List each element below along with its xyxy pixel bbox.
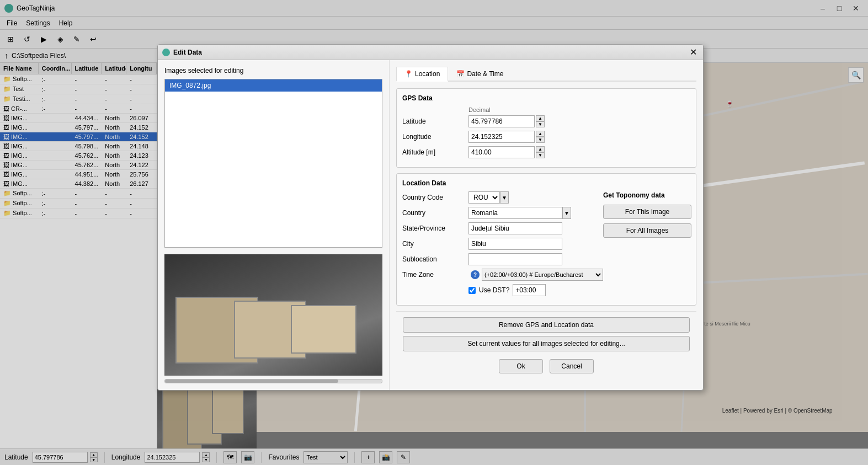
country-dropdown-arrow[interactable]: ▼ bbox=[562, 207, 571, 219]
ok-button[interactable]: Ok bbox=[499, 359, 543, 373]
latitude-down[interactable]: ▼ bbox=[536, 121, 545, 127]
image-preview-box bbox=[164, 254, 382, 376]
location-data-row: Country Code ROU ▼ Country ▼ bbox=[402, 191, 690, 300]
state-input[interactable] bbox=[468, 222, 562, 234]
dialog-overlay: Edit Data ✕ Images selected for editing … bbox=[0, 0, 868, 465]
location-section-label: Location Data bbox=[402, 179, 690, 187]
for-this-image-button[interactable]: For This Image bbox=[603, 205, 691, 219]
city-input[interactable] bbox=[468, 238, 562, 250]
get-topo-label: Get Toponomy data bbox=[603, 191, 691, 199]
latitude-label: Latitude bbox=[402, 117, 468, 125]
dialog-body: Images selected for editing IMG_0872.jpg bbox=[158, 60, 703, 390]
country-code-dropdown-arrow[interactable]: ▼ bbox=[500, 191, 509, 204]
country-code-select[interactable]: ROU bbox=[468, 191, 500, 204]
image-list[interactable]: IMG_0872.jpg bbox=[164, 79, 382, 248]
datetime-tab-icon: 📅 bbox=[456, 70, 465, 78]
sublocation-label: Sublocation bbox=[402, 255, 468, 263]
for-all-images-button[interactable]: For All Images bbox=[603, 223, 691, 238]
dialog-close-button[interactable]: ✕ bbox=[688, 47, 699, 58]
altitude-spinner[interactable]: ▲ ▼ bbox=[536, 146, 545, 158]
latitude-row: Latitude ▲ ▼ bbox=[402, 115, 690, 127]
dst-value-input[interactable] bbox=[513, 284, 546, 296]
timezone-row: Time Zone ? (+02:00/+03:00) # Europe/Buc… bbox=[402, 269, 603, 281]
dialog-titlebar: Edit Data ✕ bbox=[158, 45, 703, 60]
use-dst-checkbox-row: Use DST? bbox=[468, 284, 546, 296]
altitude-up[interactable]: ▲ bbox=[536, 146, 545, 152]
country-code-row: Country Code ROU ▼ bbox=[402, 191, 603, 204]
dialog-right-panel: 📍 Location 📅 Date & Time GPS Data Decima… bbox=[390, 60, 703, 390]
tab-bar: 📍 Location 📅 Date & Time bbox=[396, 67, 696, 82]
timezone-label: Time Zone bbox=[402, 271, 468, 279]
decimal-label: Decimal bbox=[468, 106, 690, 113]
ok-cancel-row: Ok Cancel bbox=[403, 355, 690, 378]
longitude-row: Longitude ▲ ▼ bbox=[402, 131, 690, 143]
location-tab-icon: 📍 bbox=[404, 70, 413, 78]
longitude-up[interactable]: ▲ bbox=[536, 131, 545, 137]
location-data-section: Location Data Country Code ROU ▼ bbox=[396, 173, 696, 306]
altitude-row: Altitude [m] ▲ ▼ bbox=[402, 146, 690, 158]
country-code-label: Country Code bbox=[402, 194, 468, 201]
latitude-input[interactable] bbox=[468, 115, 535, 127]
dialog-title-icon bbox=[162, 49, 170, 56]
gps-data-section: GPS Data Decimal Latitude ▲ ▼ Longitude bbox=[396, 88, 696, 168]
remove-gps-button[interactable]: Remove GPS and Location data bbox=[403, 317, 690, 333]
latitude-up[interactable]: ▲ bbox=[536, 115, 545, 121]
dialog-left-panel: Images selected for editing IMG_0872.jpg bbox=[158, 60, 390, 390]
cancel-button[interactable]: Cancel bbox=[550, 359, 594, 373]
location-fields: Country Code ROU ▼ Country ▼ bbox=[402, 191, 603, 300]
longitude-input[interactable] bbox=[468, 131, 535, 143]
city-row: City bbox=[402, 238, 603, 250]
tab-datetime[interactable]: 📅 Date & Time bbox=[448, 67, 512, 81]
country-label: Country bbox=[402, 209, 468, 217]
edit-data-dialog: Edit Data ✕ Images selected for editing … bbox=[157, 44, 704, 391]
altitude-down[interactable]: ▼ bbox=[536, 152, 545, 158]
longitude-spinner[interactable]: ▲ ▼ bbox=[536, 131, 545, 143]
image-list-scrollbar[interactable] bbox=[164, 379, 382, 383]
tab-location[interactable]: 📍 Location bbox=[396, 67, 448, 82]
country-row: Country ▼ bbox=[402, 207, 603, 219]
city-label: City bbox=[402, 240, 468, 248]
country-input[interactable] bbox=[468, 207, 562, 219]
use-dst-row: Use DST? bbox=[402, 284, 603, 296]
latitude-spinner[interactable]: ▲ ▼ bbox=[536, 115, 545, 127]
altitude-label: Altitude [m] bbox=[402, 148, 468, 156]
dialog-footer: Remove GPS and Location data Set current… bbox=[396, 311, 696, 383]
sublocation-input[interactable] bbox=[468, 253, 562, 265]
longitude-down[interactable]: ▼ bbox=[536, 137, 545, 143]
longitude-label: Longitude bbox=[402, 133, 468, 141]
datetime-tab-label: Date & Time bbox=[467, 70, 503, 78]
state-row: State/Province bbox=[402, 222, 603, 234]
toponomy-section: Get Toponomy data For This Image For All… bbox=[603, 191, 691, 238]
dialog-title-text: Edit Data bbox=[173, 49, 688, 56]
altitude-input[interactable] bbox=[468, 146, 535, 158]
state-label: State/Province bbox=[402, 225, 468, 232]
use-dst-label: Use DST? bbox=[479, 286, 509, 294]
images-section-title: Images selected for editing bbox=[164, 67, 382, 74]
set-current-button[interactable]: Set current values for all images select… bbox=[403, 336, 690, 351]
timezone-help-icon[interactable]: ? bbox=[471, 270, 480, 279]
image-list-item-0[interactable]: IMG_0872.jpg bbox=[165, 79, 382, 92]
location-tab-label: Location bbox=[415, 70, 440, 78]
sublocation-row: Sublocation bbox=[402, 253, 603, 265]
gps-section-label: GPS Data bbox=[402, 94, 690, 102]
use-dst-checkbox[interactable] bbox=[468, 287, 476, 294]
timezone-select[interactable]: (+02:00/+03:00) # Europe/Bucharest bbox=[482, 269, 603, 281]
